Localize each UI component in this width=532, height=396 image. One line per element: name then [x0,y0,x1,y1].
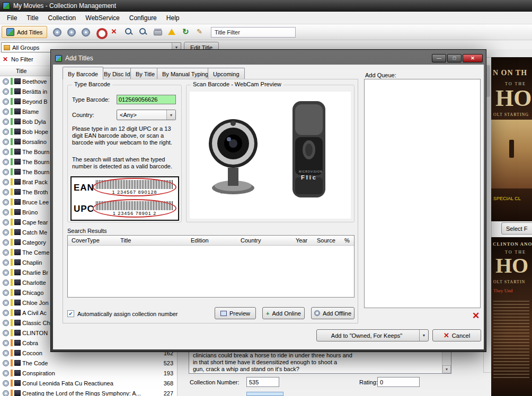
dialog-icon [55,55,62,62]
film-icon [14,179,21,185]
checkbox-checked[interactable]: ✔ [67,310,74,317]
col-cover[interactable]: Cover [72,237,87,244]
list-item[interactable]: Creating the Lord of the Rings Symphony:… [0,388,177,396]
list-item[interactable]: Conspiration 193 [0,368,177,378]
remove-from-queue-button[interactable]: ✕ [470,310,482,322]
clear-filter-icon[interactable]: ✕ [3,56,8,63]
film-icon [14,390,21,396]
film-icon [14,119,21,124]
film-icon [14,370,21,376]
status-bar [11,108,13,115]
auto-assign-checkbox-row[interactable]: ✔ Automatically assign collection number [67,310,178,317]
select-file-button[interactable]: Select F [501,222,532,235]
disc-icon [3,280,9,286]
rating-label: Rating: [359,379,378,385]
delete-icon[interactable] [109,26,120,37]
barcode-input[interactable] [117,95,176,104]
film-icon [14,219,21,225]
film-icon [14,229,21,235]
tab-upcoming[interactable]: Upcoming [208,68,245,79]
maximize-button[interactable]: □ [447,54,462,62]
col-source[interactable]: Source [317,237,335,244]
title-filter-box[interactable]: Title Filter [211,27,296,38]
col-percent[interactable]: % [344,237,350,244]
disc-icon [3,390,9,396]
dialog-titlebar[interactable]: Add Titles — □ ✕ [53,52,484,65]
title-text: Creating the Lord of the Rings Symphony:… [22,390,156,396]
barcode-tab-page: Type Barcode Type Barcode: Country: <Any… [63,79,358,323]
partial-dropdown[interactable] [246,392,283,396]
cover-photo [491,120,532,188]
cover-text: HO [495,85,531,112]
cover-art-top: N ON TH TO THE HO OLT STARTING SPECIAL C… [491,57,532,221]
add-to-collection-button[interactable]: Add to "Owned, For Keeps" ▼ [316,329,429,341]
status-bar [11,229,13,236]
film-icon [14,159,21,165]
status-bar [11,128,13,135]
tab-by-manual-typing[interactable]: By Manual Typing [157,68,214,79]
menu-item[interactable]: Collection [43,13,81,23]
cover-text: They Und [493,288,512,293]
record-icon[interactable] [95,26,105,37]
zoom-in-icon[interactable] [123,26,134,37]
rating-input[interactable] [377,377,420,387]
disc-icon [3,350,9,356]
export-disc-icon[interactable] [66,26,76,37]
collection-number-label: Collection Number: [190,379,240,385]
film-icon [14,139,21,145]
minimize-button[interactable]: — [432,54,446,62]
col-year[interactable]: Year [296,237,307,244]
print-icon[interactable] [152,26,163,37]
menu-item[interactable]: WebService [81,13,124,23]
status-bar [11,209,13,215]
copy-disc-icon[interactable] [51,26,62,37]
status-bar [11,370,13,376]
film-icon [14,199,21,205]
collection-number-input[interactable] [246,377,279,387]
disc-icon [3,209,9,215]
add-queue-label: Add Queue: [365,72,396,78]
window-titlebar[interactable]: My Movies - Collection Management [0,0,532,12]
zoom-out-icon[interactable] [138,26,148,37]
list-item[interactable]: The Code 523 [0,358,177,368]
status-bar [11,158,13,165]
menu-item[interactable]: Title [22,13,43,23]
menu-item[interactable]: Configure [125,13,162,23]
col-type[interactable]: Type [87,237,100,244]
menu-item[interactable]: Help [162,13,184,23]
add-online-button[interactable]: + Add Online [262,307,305,319]
chevron-down-icon[interactable]: ▼ [419,330,428,341]
chevron-down-icon[interactable]: ▼ [166,110,175,120]
country-combo[interactable]: <Any> ▼ [117,110,176,120]
menu-item[interactable]: File [2,13,22,23]
cover-text: SPECIAL CL [493,196,521,201]
app-icon [3,2,10,10]
col-country[interactable]: Country [241,237,261,244]
add-titles-dialog: Add Titles — □ ✕ By Barcode By Disc Id B… [50,49,486,352]
film-icon [14,340,21,346]
cancel-button[interactable]: ✕ Cancel [432,329,481,341]
preview-button[interactable]: Preview [215,307,256,319]
import-disc-icon[interactable] [80,26,91,37]
film-icon [14,249,21,255]
close-button[interactable]: ✕ [463,54,483,62]
red-ellipse [93,199,176,218]
tab-by-title[interactable]: By Title [130,68,160,79]
webcam-brand-text: MICROSOFT [220,191,241,194]
add-to-label: Add to "Owned, For Keeps" [317,332,416,339]
tab-by-barcode[interactable]: By Barcode [63,67,103,79]
screen: My Movies - Collection Management File T… [0,0,532,396]
col-edition[interactable]: Edition [191,237,209,244]
refresh-icon[interactable] [181,26,191,37]
title-column-header[interactable]: Title [16,68,26,74]
add-queue-list[interactable] [364,79,481,308]
scroll-down-icon[interactable]: ▼ [442,365,451,373]
warning-icon[interactable] [166,26,177,37]
col-title[interactable]: Title [120,237,131,244]
list-item[interactable]: Conul Leonida Fata Cu Reactiunea 368 [0,378,177,388]
wand-icon[interactable] [195,26,206,37]
status-bar [11,249,13,256]
search-results-list[interactable]: Cover Type Title Edition Country Year So… [67,235,354,298]
add-offline-button[interactable]: Add Offline [311,307,354,319]
add-titles-button[interactable]: Add Titles [2,26,47,38]
